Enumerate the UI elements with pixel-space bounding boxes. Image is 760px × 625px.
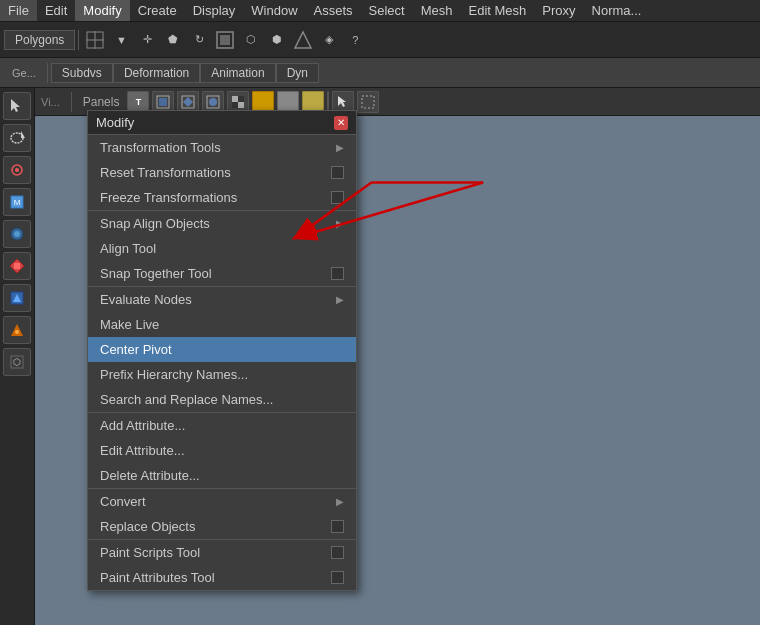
panel-icon-grid[interactable] xyxy=(357,91,379,113)
left-sidebar: M xyxy=(0,88,35,625)
svg-rect-32 xyxy=(238,96,244,102)
toolbar-icon-8[interactable]: ? xyxy=(342,27,368,53)
svg-marker-6 xyxy=(11,99,20,112)
reset-transformations-label: Reset Transformations xyxy=(100,165,231,180)
tab-subdvs[interactable]: Subdvs xyxy=(51,63,113,83)
menu-item-center-pivot[interactable]: Center Pivot xyxy=(88,337,356,362)
evaluate-nodes-arrow: ▶ xyxy=(336,294,344,305)
menu-item-search-replace-names[interactable]: Search and Replace Names... xyxy=(88,387,356,412)
add-attribute-label: Add Attribute... xyxy=(100,418,185,433)
svg-marker-33 xyxy=(338,96,346,107)
replace-objects-label: Replace Objects xyxy=(100,519,195,534)
menu-edit[interactable]: Edit xyxy=(37,0,75,21)
sidebar-move-tool[interactable]: M xyxy=(3,188,31,216)
tab-animation[interactable]: Animation xyxy=(200,63,275,83)
delete-attribute-label: Delete Attribute... xyxy=(100,468,200,483)
menu-item-prefix-hierarchy-names[interactable]: Prefix Hierarchy Names... xyxy=(88,362,356,387)
menu-file[interactable]: File xyxy=(0,0,37,21)
svg-marker-5 xyxy=(295,32,311,48)
search-replace-names-label: Search and Replace Names... xyxy=(100,392,273,407)
sidebar-rotate-tool[interactable] xyxy=(3,220,31,248)
menu-create[interactable]: Create xyxy=(130,0,185,21)
svg-rect-16 xyxy=(14,263,20,269)
svg-rect-24 xyxy=(159,98,167,106)
make-live-label: Make Live xyxy=(100,317,159,332)
separator1 xyxy=(78,30,79,50)
paint-attributes-tool-checkbox[interactable] xyxy=(331,571,344,584)
prefix-hierarchy-names-label: Prefix Hierarchy Names... xyxy=(100,367,248,382)
toolbar-icon-6[interactable] xyxy=(290,27,316,53)
menu-display[interactable]: Display xyxy=(185,0,244,21)
paint-attributes-tool-label: Paint Attributes Tool xyxy=(100,570,215,585)
menu-edit-mesh[interactable]: Edit Mesh xyxy=(461,0,535,21)
tab-deformation[interactable]: Deformation xyxy=(113,63,200,83)
tab-polygons[interactable]: Polygons xyxy=(4,30,75,50)
svg-point-10 xyxy=(15,168,19,172)
menu-item-snap-together-tool[interactable]: Snap Together Tool xyxy=(88,261,356,286)
toolbar-icon-4[interactable]: ⬡ xyxy=(238,27,264,53)
sidebar-lasso-tool[interactable] xyxy=(3,124,31,152)
svg-text:⬡: ⬡ xyxy=(13,357,21,367)
menu-item-snap-align-objects[interactable]: Snap Align Objects ▶ xyxy=(88,210,356,236)
svg-rect-30 xyxy=(238,102,244,108)
menu-item-paint-attributes-tool[interactable]: Paint Attributes Tool xyxy=(88,565,356,590)
svg-text:M: M xyxy=(14,198,21,207)
sidebar-icon-9[interactable]: ⬡ xyxy=(3,348,31,376)
toolbar-icon-5[interactable]: ⬢ xyxy=(264,27,290,53)
convert-label: Convert xyxy=(100,494,146,509)
gen-label: Ge... xyxy=(4,67,44,79)
dropdown-title: Modify ✕ xyxy=(88,111,356,135)
snap-together-tool-label: Snap Together Tool xyxy=(100,266,212,281)
toolbar-icon-2[interactable]: ↻ xyxy=(186,27,212,53)
main-area: M xyxy=(0,88,760,625)
snap-align-objects-label: Snap Align Objects xyxy=(100,216,210,231)
toolbar-icon-scale[interactable]: ⬟ xyxy=(160,27,186,53)
menu-window[interactable]: Window xyxy=(243,0,305,21)
menu-item-transformation-tools[interactable]: Transformation Tools ▶ xyxy=(88,135,356,160)
sidebar-icon-8[interactable] xyxy=(3,316,31,344)
sidebar-scale-tool[interactable] xyxy=(3,252,31,280)
menu-proxy[interactable]: Proxy xyxy=(534,0,583,21)
svg-point-20 xyxy=(15,330,19,334)
snap-together-tool-checkbox[interactable] xyxy=(331,267,344,280)
menu-item-align-tool[interactable]: Align Tool xyxy=(88,236,356,261)
paint-scripts-tool-checkbox[interactable] xyxy=(331,546,344,559)
svg-point-14 xyxy=(14,231,20,237)
menu-modify[interactable]: Modify xyxy=(75,0,129,21)
toolbar-icon-3[interactable] xyxy=(212,27,238,53)
toolbar-icon-move[interactable]: ▼ xyxy=(108,27,134,53)
tab-dyn[interactable]: Dyn xyxy=(276,63,319,83)
menu-item-evaluate-nodes[interactable]: Evaluate Nodes ▶ xyxy=(88,286,356,312)
toolbar-icon-select[interactable] xyxy=(82,27,108,53)
menu-item-convert[interactable]: Convert ▶ xyxy=(88,488,356,514)
menu-item-paint-scripts-tool[interactable]: Paint Scripts Tool xyxy=(88,539,356,565)
replace-objects-checkbox[interactable] xyxy=(331,520,344,533)
edit-attribute-label: Edit Attribute... xyxy=(100,443,185,458)
sidebar-soft-select[interactable] xyxy=(3,284,31,312)
freeze-transformations-checkbox[interactable] xyxy=(331,191,344,204)
toolbar-icon-7[interactable]: ◈ xyxy=(316,27,342,53)
menu-item-delete-attribute[interactable]: Delete Attribute... xyxy=(88,463,356,488)
menu-item-freeze-transformations[interactable]: Freeze Transformations xyxy=(88,185,356,210)
menu-bar: File Edit Modify Create Display Window A… xyxy=(0,0,760,22)
menu-item-replace-objects[interactable]: Replace Objects xyxy=(88,514,356,539)
menu-item-reset-transformations[interactable]: Reset Transformations xyxy=(88,160,356,185)
dropdown-title-label: Modify xyxy=(96,115,134,130)
menu-item-add-attribute[interactable]: Add Attribute... xyxy=(88,412,356,438)
menu-normals[interactable]: Norma... xyxy=(584,0,650,21)
toolbar-icon-rotate[interactable]: ✛ xyxy=(134,27,160,53)
menu-item-make-live[interactable]: Make Live xyxy=(88,312,356,337)
align-tool-label: Align Tool xyxy=(100,241,156,256)
reset-transformations-checkbox[interactable] xyxy=(331,166,344,179)
vi-label: Vi... xyxy=(41,96,60,108)
sidebar-paint-tool[interactable] xyxy=(3,156,31,184)
menu-assets[interactable]: Assets xyxy=(306,0,361,21)
sidebar-select-tool[interactable] xyxy=(3,92,31,120)
menu-mesh[interactable]: Mesh xyxy=(413,0,461,21)
dropdown-close-button[interactable]: ✕ xyxy=(334,116,348,130)
svg-marker-26 xyxy=(183,97,193,107)
menu-select[interactable]: Select xyxy=(361,0,413,21)
menu-item-edit-attribute[interactable]: Edit Attribute... xyxy=(88,438,356,463)
paint-scripts-tool-label: Paint Scripts Tool xyxy=(100,545,200,560)
svg-rect-34 xyxy=(362,96,374,108)
